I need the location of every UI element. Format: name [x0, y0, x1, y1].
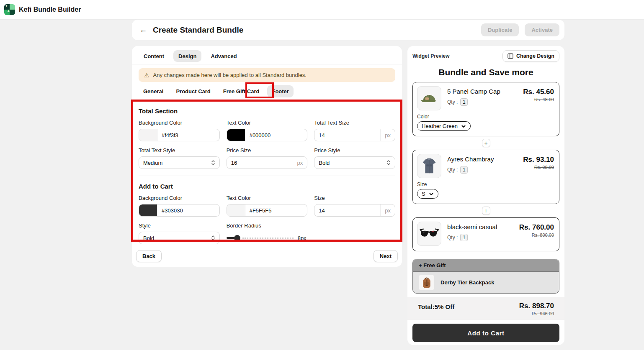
- add-to-cart-button[interactable]: Add to Cart: [412, 324, 559, 342]
- add-to-cart-heading: Add to Cart: [139, 183, 395, 190]
- atc-text-color-input[interactable]: #F5F5F5: [227, 204, 308, 217]
- px-unit: px: [293, 157, 307, 169]
- variant-label: Color: [417, 114, 554, 120]
- atc-background-color-input[interactable]: #303030: [139, 204, 220, 217]
- plus-icon: +: [7, 9, 10, 13]
- footer-settings-form: Total Section Background Color #f4f3f3 T…: [132, 97, 402, 244]
- subtab-general[interactable]: General: [139, 85, 168, 97]
- price-size-input[interactable]: 16 px: [227, 156, 308, 169]
- total-label: Total:5% Off: [418, 302, 454, 316]
- price-size-field: Price Size 16 px: [227, 147, 308, 169]
- atc-size-field: Size 14 px: [314, 195, 395, 217]
- qty-value: 1: [460, 98, 468, 106]
- price-style-field: Price Style Bold: [314, 147, 395, 169]
- total-compare-price: Rs. 946.00: [519, 311, 554, 316]
- activate-button[interactable]: Activate: [525, 23, 559, 36]
- main-tabs: Content Design Advanced: [132, 46, 402, 62]
- product-image-backpack: [419, 275, 434, 290]
- back-arrow-icon[interactable]: ←: [139, 26, 147, 34]
- total-background-color-field: Background Color #f4f3f3: [139, 120, 220, 141]
- chevron-down-icon: [461, 124, 466, 129]
- qty-label: Qty :: [447, 235, 458, 240]
- duplicate-button[interactable]: Duplicate: [481, 23, 519, 36]
- field-label: Price Size: [227, 147, 308, 153]
- editor-footer: Back Next: [132, 250, 402, 262]
- field-label: Price Style: [314, 147, 395, 153]
- design-subtabs: General Product Card Free GIft Card Foot…: [139, 85, 395, 97]
- page-header: ← Create Standard Bundle Duplicate Activ…: [132, 20, 564, 40]
- plus-separator-icon: +: [482, 139, 490, 147]
- product-image-chambray: [417, 154, 441, 178]
- field-label: Text Color: [227, 195, 308, 201]
- size-variant-select[interactable]: S: [417, 189, 438, 199]
- color-swatch[interactable]: [139, 204, 157, 216]
- slider-track[interactable]: [242, 238, 294, 239]
- price-style-select[interactable]: Bold: [314, 156, 395, 169]
- product-compare-price: Rs. 48.00: [523, 97, 554, 102]
- chevron-updown-icon: [386, 159, 391, 166]
- color-swatch[interactable]: [227, 204, 245, 216]
- product-card-camp-cap: 5 Panel Camp Cap Qty : 1 Rs. 45.60 Rs. 4…: [412, 82, 559, 136]
- app-title: Kefi Bundle Builder: [19, 6, 81, 13]
- tabs-divider: [132, 64, 402, 64]
- color-variant-select[interactable]: Heather Green: [417, 121, 471, 131]
- product-card-chambray: Ayres Chambray Qty : 1 Rs. 93.10 Rs. 98.…: [412, 150, 559, 204]
- tab-design[interactable]: Design: [173, 50, 201, 62]
- product-name: 5 Panel Camp Cap: [447, 88, 517, 95]
- page-title: Create Standard Bundle: [153, 26, 243, 35]
- qty-value: 1: [460, 166, 468, 174]
- subtab-product-card[interactable]: Product Card: [171, 85, 215, 97]
- slider-thumb[interactable]: [234, 235, 240, 241]
- app-top-bar: ✦ + Kefi Bundle Builder: [0, 0, 644, 20]
- total-background-color-input[interactable]: #f4f3f3: [139, 129, 220, 141]
- atc-border-radius-field: Border Radius 8px: [227, 222, 308, 244]
- border-radius-value: 8px: [298, 235, 307, 241]
- field-label: Total Text Style: [139, 147, 220, 153]
- slider-fill: [227, 237, 235, 239]
- total-price: Rs. 898.70: [519, 302, 554, 310]
- change-design-button[interactable]: Change Design: [502, 50, 559, 62]
- kefi-logo-icon: ✦ +: [4, 4, 15, 15]
- header-actions: Duplicate Activate: [481, 23, 559, 36]
- px-unit: px: [380, 129, 395, 141]
- qty-value: 1: [460, 234, 468, 241]
- border-radius-slider[interactable]: 8px: [227, 232, 308, 244]
- field-label: Size: [314, 195, 395, 201]
- color-swatch[interactable]: [227, 129, 245, 141]
- atc-style-select[interactable]: Bold: [139, 232, 220, 244]
- free-gift-header: + Free Gift: [413, 259, 559, 272]
- total-text-size-input[interactable]: 14 px: [314, 129, 395, 141]
- product-price: Rs. 760.00: [519, 223, 554, 232]
- free-gift-block: + Free Gift Derby Tier Backpack: [412, 259, 559, 294]
- chevron-down-icon: [429, 192, 434, 197]
- product-price: Rs. 93.10: [523, 156, 554, 164]
- warning-banner: ⚠ Any changes made here will be applied …: [139, 68, 395, 82]
- px-unit: px: [380, 204, 395, 216]
- tab-advanced[interactable]: Advanced: [206, 50, 242, 62]
- subtab-free-gift-card[interactable]: Free GIft Card: [219, 85, 264, 97]
- atc-background-color-field: Background Color #303030: [139, 195, 220, 217]
- field-label: Border Radius: [227, 222, 308, 229]
- atc-size-input[interactable]: 14 px: [314, 204, 395, 217]
- section-divider: [139, 176, 395, 176]
- color-swatch[interactable]: [139, 129, 157, 141]
- product-image-camp-cap: [417, 86, 441, 110]
- sparkle-icon: ✦: [5, 4, 8, 8]
- subtab-footer[interactable]: Footer: [267, 85, 293, 97]
- tab-content[interactable]: Content: [139, 50, 169, 62]
- atc-text-color-field: Text Color #F5F5F5: [227, 195, 308, 217]
- next-button[interactable]: Next: [374, 250, 398, 262]
- total-text-color-field: Text Color #000000: [227, 120, 308, 141]
- back-button[interactable]: Back: [136, 250, 162, 262]
- widget-preview-label: Widget Preview: [412, 53, 450, 59]
- field-label: Background Color: [139, 120, 220, 126]
- qty-label: Qty :: [447, 99, 458, 105]
- field-label: Text Color: [227, 120, 308, 126]
- chevron-updown-icon: [211, 235, 216, 241]
- qty-label: Qty :: [447, 167, 458, 173]
- widget-title: Bundle and Save more: [412, 67, 559, 77]
- total-text-style-select[interactable]: Medium: [139, 156, 220, 169]
- atc-style-field: Style Bold: [139, 222, 220, 244]
- total-text-color-input[interactable]: #000000: [227, 129, 308, 141]
- field-label: Style: [139, 222, 220, 229]
